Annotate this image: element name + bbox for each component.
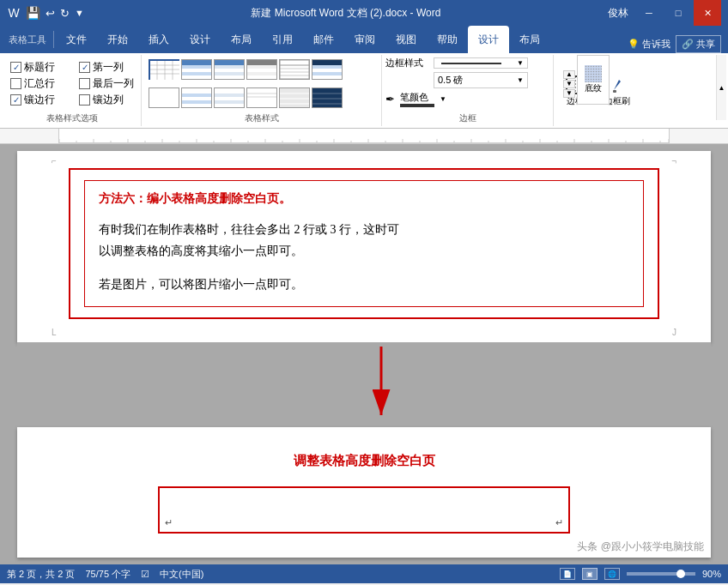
table-style-6[interactable] [312, 59, 343, 80]
svg-rect-33 [149, 88, 179, 93]
zoom-slider[interactable] [627, 572, 695, 576]
header-row-check [10, 62, 21, 73]
page-corner-tl: ⌐ [52, 156, 57, 166]
status-right: 📄 ▣ 🌐 90% [560, 568, 721, 580]
language: 中文(中国) [160, 568, 203, 581]
redo-icon[interactable]: ↻ [60, 7, 70, 20]
svg-rect-41 [280, 88, 309, 107]
page-corner-bl: L [52, 328, 57, 337]
tab-layout-doc[interactable]: 布局 [221, 26, 262, 53]
page-gap-area [17, 342, 711, 427]
svg-rect-21 [247, 75, 276, 79]
track-changes-icon[interactable]: ☑ [141, 569, 149, 580]
content-box: 方法六：编小表格高度删除空白页。 有时我们在制作表格时，往往会多出 2 行或 3… [69, 168, 659, 319]
watermark: 头条 @跟小小筱学电脑技能 [577, 540, 704, 554]
svg-rect-15 [215, 72, 244, 75]
undo-icon[interactable]: ↩ [46, 7, 55, 20]
svg-rect-50 [585, 65, 602, 82]
table-style-5[interactable] [279, 59, 310, 80]
svg-rect-37 [215, 100, 244, 104]
ribbon-collapse-btn[interactable]: ▲ [716, 55, 726, 120]
save-icon[interactable]: 💾 [26, 6, 40, 20]
shading-label: 底纹 [585, 82, 602, 94]
word-icon: W [7, 6, 21, 20]
view-layout-btn[interactable]: ▣ [582, 568, 598, 580]
word-count: 75/75 个字 [85, 568, 130, 581]
svg-rect-55 [613, 90, 616, 93]
table-style-12[interactable] [312, 87, 343, 108]
border-group-label: 边框 [385, 111, 549, 124]
table-style-10[interactable] [246, 87, 277, 108]
table-style-4[interactable] [246, 59, 277, 80]
total-row-checkbox[interactable]: 汇总行 [10, 76, 65, 91]
title-bar: W 💾 ↩ ↻ ▼ 新建 Microsoft Word 文档 (2).docx … [0, 0, 728, 26]
tab-design-doc[interactable]: 设计 [179, 26, 221, 53]
banded-cols-label: 镶边列 [93, 93, 124, 107]
table-style-11[interactable] [279, 87, 310, 108]
style-options-label: 表格样式选项 [10, 111, 134, 124]
shading-button[interactable]: 底纹 [577, 55, 610, 105]
pen-color-label: 笔颜色 [400, 91, 434, 104]
banded-cols-checkbox[interactable]: 镶边列 [79, 93, 134, 107]
border-style-dropdown[interactable]: ▼ [434, 57, 528, 69]
page-info: 第 2 页，共 2 页 [7, 568, 75, 581]
border-style-row: 边框样式 ▼ [385, 57, 528, 69]
svg-rect-8 [182, 65, 211, 69]
styles-scroll-up[interactable]: ▲ [563, 70, 575, 79]
tab-table-design[interactable]: 设计 [468, 26, 509, 53]
page2-content: 调整表格高度删除空白页 ↵ ↵ [69, 444, 659, 542]
tab-review[interactable]: 审阅 [344, 26, 385, 53]
first-col-checkbox[interactable]: 第一列 [79, 60, 134, 75]
last-col-check [79, 78, 90, 89]
total-row-label: 汇总行 [24, 76, 55, 91]
tell-me-button[interactable]: 💡 告诉我 [628, 38, 670, 51]
tab-file[interactable]: 文件 [56, 26, 97, 53]
pen-color-arrow[interactable]: ▼ [440, 95, 446, 103]
tab-home[interactable]: 开始 [97, 26, 138, 53]
tab-references[interactable]: 引用 [262, 26, 303, 53]
close-button[interactable]: ✕ [694, 0, 721, 26]
header-row-checkbox[interactable]: 标题行 [10, 60, 65, 75]
border-style-label: 边框样式 [385, 57, 430, 69]
svg-rect-18 [247, 65, 276, 69]
svg-rect-27 [312, 60, 342, 65]
banded-rows-checkbox[interactable]: 镶边行 [10, 93, 65, 107]
maximize-button[interactable]: □ [664, 0, 692, 26]
style-checkboxes: 标题行 第一列 汇总行 最后一列 镶边行 [10, 57, 134, 111]
last-col-label: 最后一列 [93, 76, 134, 91]
page-corner-tr: ¬ [671, 156, 676, 166]
table-style-7[interactable] [149, 87, 179, 108]
last-col-checkbox[interactable]: 最后一列 [79, 76, 134, 91]
table-style-9[interactable] [214, 87, 245, 108]
svg-rect-9 [182, 69, 211, 72]
border-group: 边框样式 ▼ 0.5 磅 ▼ ✒ 笔颜色 [382, 55, 554, 126]
first-col-check [79, 62, 90, 73]
window-controls: ─ □ ✕ [635, 0, 721, 26]
table-style-2[interactable] [181, 59, 212, 80]
tab-insert[interactable]: 插入 [138, 26, 179, 53]
para-2: 以调整表格的高度将其缩小一点即可。 [99, 240, 629, 262]
table-style-8[interactable] [181, 87, 212, 108]
minimize-button[interactable]: ─ [635, 0, 663, 26]
svg-rect-30 [312, 72, 342, 75]
customize-icon[interactable]: ▼ [75, 8, 84, 18]
para-1: 有时我们在制作表格时，往往会多出 2 行或 3 行，这时可 [99, 219, 629, 240]
table-style-1[interactable] [149, 59, 179, 80]
line-width-dropdown[interactable]: 0.5 磅 ▼ [434, 72, 528, 88]
down-arrow [338, 342, 424, 428]
tab-view[interactable]: 视图 [385, 26, 427, 53]
view-web-btn[interactable]: 🌐 [604, 568, 620, 580]
table-style-3[interactable] [214, 59, 245, 80]
svg-rect-34 [182, 93, 211, 97]
tab-mailings[interactable]: 邮件 [303, 26, 344, 53]
table-styles-label: 表格样式 [149, 111, 374, 124]
page-1: ⌐ ¬ L J 方法六：编小表格高度删除空白页。 有时我们在制作表格时，往往会多… [17, 151, 711, 342]
table-style-options-group: 标题行 第一列 汇总行 最后一列 镶边行 [3, 55, 142, 126]
tab-help[interactable]: 帮助 [427, 26, 468, 53]
tab-table-layout[interactable]: 布局 [509, 26, 550, 53]
pen-icon: ✒ [385, 93, 395, 106]
styles-scroll-more[interactable]: ▼ [563, 89, 575, 98]
styles-scroll-down[interactable]: ▼ [563, 80, 575, 88]
view-print-btn[interactable]: 📄 [560, 568, 575, 580]
share-button[interactable]: 🔗 共享 [676, 35, 721, 53]
